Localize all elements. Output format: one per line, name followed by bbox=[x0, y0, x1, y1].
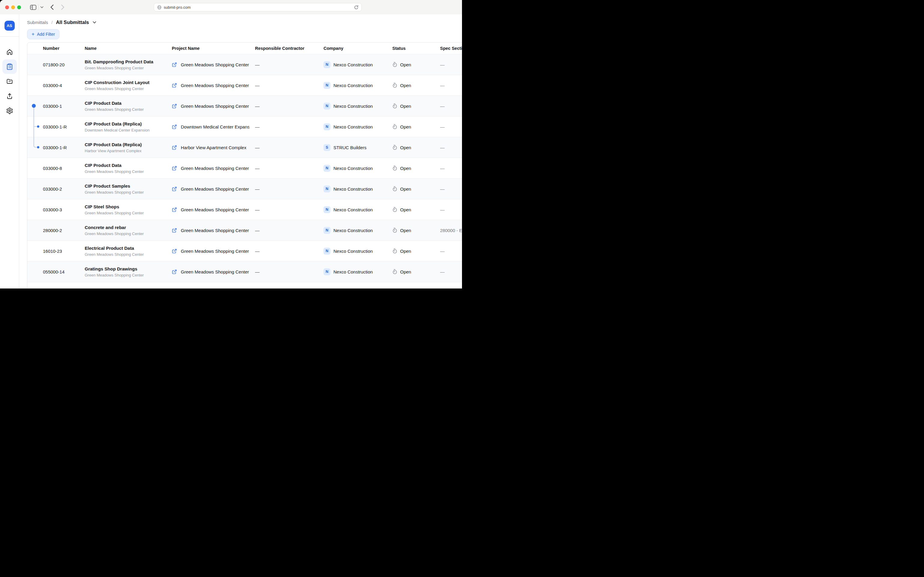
company-badge: N bbox=[323, 227, 330, 234]
breadcrumb-root[interactable]: Submittals bbox=[27, 20, 48, 25]
project-name-link[interactable]: Green Meadows Shopping Center bbox=[181, 83, 249, 88]
submittal-subtitle: Green Meadows Shopping Center bbox=[85, 190, 172, 195]
table-row[interactable]: 033000-1-R CIP Product Data (Replica) Ha… bbox=[27, 137, 462, 158]
column-header-project-name[interactable]: Project Name bbox=[172, 46, 255, 51]
table-row[interactable]: 033000-1-R CIP Product Data (Replica) Do… bbox=[27, 116, 462, 137]
cell-number: 033000-2 bbox=[40, 187, 85, 192]
cell-project: Harbor View Apartment Complex bbox=[172, 145, 255, 150]
cell-company: N Nexco Construction bbox=[323, 103, 392, 110]
submittal-subtitle: Harbor View Apartment Complex bbox=[85, 148, 172, 153]
company-name: STRUC Builders bbox=[333, 145, 367, 150]
address-bar[interactable]: submit-pro.com bbox=[154, 3, 362, 11]
table-row[interactable]: HVAC Shop Drawings bbox=[27, 282, 462, 288]
zoom-window-button[interactable] bbox=[17, 5, 21, 9]
project-name-link[interactable]: Green Meadows Shopping Center bbox=[181, 103, 249, 109]
sidebar-item-upload[interactable] bbox=[2, 89, 17, 103]
table-row[interactable]: 033000-2 CIP Product Samples Green Meado… bbox=[27, 178, 462, 199]
cell-name: CIP Construction Joint Layout Green Mead… bbox=[85, 79, 172, 91]
cell-name: CIP Product Data Green Meadows Shopping … bbox=[85, 163, 172, 174]
project-name-link[interactable]: Green Meadows Shopping Center bbox=[181, 207, 249, 212]
table-row[interactable]: 055000-14 Gratings Shop Drawings Green M… bbox=[27, 261, 462, 282]
view-chevron-down-icon[interactable] bbox=[92, 21, 97, 24]
project-name-link[interactable]: Green Meadows Shopping Center bbox=[181, 228, 249, 233]
settings-gear-icon bbox=[6, 107, 13, 114]
table-row[interactable]: 033000-4 CIP Construction Joint Layout G… bbox=[27, 75, 462, 95]
status-label: Open bbox=[400, 124, 411, 129]
avatar[interactable]: AS bbox=[5, 21, 15, 31]
main-content: Submittals / All Submittals + Add Filter… bbox=[19, 15, 462, 288]
column-header-status[interactable]: Status bbox=[392, 46, 440, 51]
cell-spec-section: — bbox=[440, 103, 462, 109]
sidebar-item-home[interactable] bbox=[2, 45, 17, 59]
window-controls bbox=[5, 5, 21, 9]
forward-button[interactable] bbox=[61, 5, 65, 10]
table-row[interactable]: 071800-20 Bit. Dampproofing Product Data… bbox=[27, 54, 462, 75]
external-link-icon[interactable] bbox=[172, 228, 177, 233]
cell-number: 16010-23 bbox=[40, 248, 85, 254]
sidebar-item-projects[interactable] bbox=[2, 74, 17, 89]
cell-responsible-contractor: — bbox=[255, 269, 323, 274]
project-name-link[interactable]: Green Meadows Shopping Center bbox=[181, 187, 249, 192]
tab-chevron-down-icon[interactable] bbox=[40, 6, 44, 8]
status-label: Open bbox=[400, 103, 411, 109]
external-link-icon[interactable] bbox=[172, 166, 177, 171]
company-badge: N bbox=[323, 123, 330, 130]
status-label: Open bbox=[400, 248, 411, 254]
external-link-icon[interactable] bbox=[172, 269, 177, 274]
cell-spec-section: 280000 - E bbox=[440, 228, 462, 233]
company-badge: N bbox=[323, 103, 330, 110]
external-link-icon[interactable] bbox=[172, 207, 177, 212]
table-row[interactable]: 280000-2 Concrete and rebar Green Meadow… bbox=[27, 220, 462, 240]
external-link-icon[interactable] bbox=[172, 103, 177, 109]
add-filter-button[interactable]: + Add Filter bbox=[27, 29, 60, 39]
column-header-company[interactable]: Company bbox=[323, 46, 392, 51]
reload-icon[interactable] bbox=[354, 5, 359, 10]
column-header-responsible-contractor[interactable]: Responsible Contractor bbox=[255, 46, 323, 51]
cell-responsible-contractor: — bbox=[255, 207, 323, 212]
project-name-link[interactable]: Green Meadows Shopping Center bbox=[181, 166, 249, 171]
breadcrumb-current[interactable]: All Submittals bbox=[56, 19, 89, 25]
table-row[interactable]: 033000-1 CIP Product Data Green Meadows … bbox=[27, 95, 462, 116]
cell-status: Open bbox=[392, 124, 440, 129]
external-link-icon[interactable] bbox=[172, 145, 177, 150]
table-row[interactable]: 033000-3 CIP Steel Shops Green Meadows S… bbox=[27, 199, 462, 220]
external-link-icon[interactable] bbox=[172, 124, 177, 129]
stopwatch-icon bbox=[392, 145, 397, 150]
project-name-link[interactable]: Downtown Medical Center Expansion bbox=[181, 124, 249, 129]
column-header-name[interactable]: Name bbox=[85, 46, 172, 51]
status-label: Open bbox=[400, 166, 411, 171]
sidebar-item-submittals[interactable] bbox=[2, 60, 17, 74]
submittal-subtitle: Green Meadows Shopping Center bbox=[85, 169, 172, 174]
external-link-icon[interactable] bbox=[172, 62, 177, 67]
submittal-title: Bit. Dampproofing Product Data bbox=[85, 59, 172, 64]
cell-name: CIP Product Data (Replica) Harbor View A… bbox=[85, 142, 172, 153]
table-header: Number Name Project Name Responsible Con… bbox=[27, 43, 462, 54]
cell-status: Open bbox=[392, 62, 440, 67]
cell-name: CIP Steel Shops Green Meadows Shopping C… bbox=[85, 204, 172, 216]
column-header-spec-section[interactable]: Spec Section bbox=[440, 46, 462, 51]
project-name-link[interactable]: Green Meadows Shopping Center bbox=[181, 248, 249, 254]
external-link-icon[interactable] bbox=[172, 248, 177, 254]
external-link-icon[interactable] bbox=[172, 83, 177, 88]
sidebar-toggle-icon[interactable] bbox=[30, 5, 36, 10]
cell-spec-section: — bbox=[440, 187, 462, 192]
cell-name: Electrical Product Data Green Meadows Sh… bbox=[85, 245, 172, 257]
column-header-number[interactable]: Number bbox=[40, 46, 85, 51]
table-row[interactable]: 16010-23 Electrical Product Data Green M… bbox=[27, 240, 462, 261]
close-window-button[interactable] bbox=[5, 5, 9, 9]
project-name-link[interactable]: Green Meadows Shopping Center bbox=[181, 62, 249, 67]
stopwatch-icon bbox=[392, 62, 397, 67]
cell-company: N Nexco Construction bbox=[323, 82, 392, 89]
app-sidebar: AS bbox=[0, 15, 19, 288]
cell-name: CIP Product Data Green Meadows Shopping … bbox=[85, 100, 172, 112]
company-badge: N bbox=[323, 206, 330, 213]
table-row[interactable]: 033000-8 CIP Product Data Green Meadows … bbox=[27, 158, 462, 178]
cell-responsible-contractor: — bbox=[255, 124, 323, 129]
sidebar-item-settings[interactable] bbox=[2, 103, 17, 118]
project-name-link[interactable]: Harbor View Apartment Complex bbox=[181, 145, 246, 150]
url-text[interactable]: submit-pro.com bbox=[164, 5, 354, 10]
minimize-window-button[interactable] bbox=[11, 5, 15, 9]
external-link-icon[interactable] bbox=[172, 187, 177, 192]
back-button[interactable] bbox=[50, 5, 54, 10]
project-name-link[interactable]: Green Meadows Shopping Center bbox=[181, 269, 249, 274]
